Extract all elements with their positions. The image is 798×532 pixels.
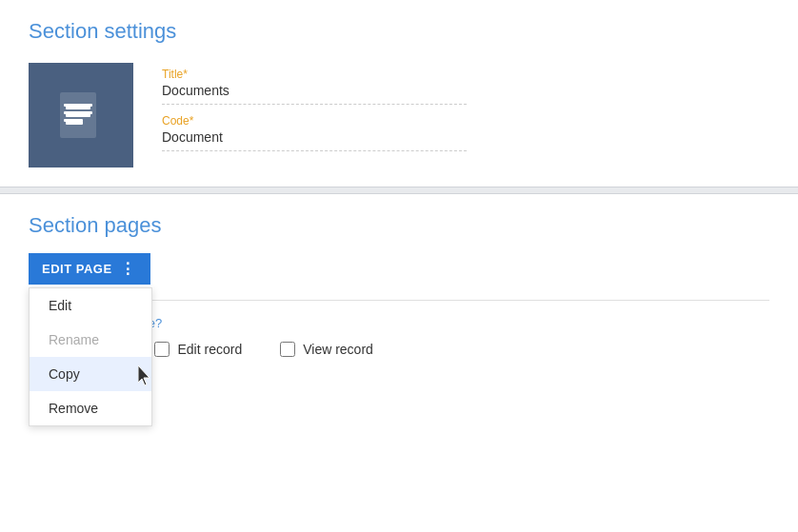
edit-record-checkbox-item[interactable]: Edit record	[154, 342, 242, 357]
edit-record-label: Edit record	[177, 342, 242, 357]
dropdown-item-rename: Rename	[30, 323, 151, 357]
svg-rect-6	[64, 119, 83, 122]
code-value[interactable]: Document	[162, 129, 467, 151]
section-settings-title: Section settings	[29, 19, 769, 44]
svg-rect-5	[64, 111, 92, 114]
settings-fields: Title* Documents Code* Document	[162, 63, 769, 161]
title-value[interactable]: Documents	[162, 83, 467, 105]
section-pages-panel: Section pages EDIT PAGE ⋮ Edit Rename Co…	[0, 194, 798, 376]
view-record-checkbox[interactable]	[280, 342, 295, 357]
edit-page-button-area: EDIT PAGE ⋮ Edit Rename Copy Remove	[29, 253, 150, 285]
code-label: Code*	[162, 114, 769, 128]
dropdown-item-remove[interactable]: Remove	[30, 391, 151, 425]
title-field-row: Title* Documents	[162, 68, 769, 105]
dropdown-menu: Edit Rename Copy Remove	[29, 287, 152, 426]
section-divider	[0, 187, 798, 194]
code-field-row: Code* Document	[162, 114, 769, 151]
edit-page-label: EDIT PAGE	[42, 262, 112, 276]
section-pages-title: Section pages	[29, 213, 769, 238]
dropdown-item-copy[interactable]: Copy	[30, 357, 151, 391]
edit-record-checkbox[interactable]	[154, 342, 170, 357]
view-record-checkbox-item[interactable]: View record	[280, 342, 373, 357]
view-record-label: View record	[303, 342, 373, 357]
document-icon	[29, 63, 133, 167]
edit-page-dots-icon[interactable]: ⋮	[120, 260, 137, 278]
edit-page-button[interactable]: EDIT PAGE ⋮	[29, 253, 150, 285]
svg-rect-4	[64, 104, 92, 107]
settings-content: Title* Documents Code* Document	[29, 63, 769, 167]
section-settings-panel: Section settings Title* Documents	[0, 0, 798, 187]
dropdown-item-edit[interactable]: Edit	[30, 288, 151, 323]
title-label: Title*	[162, 68, 769, 81]
